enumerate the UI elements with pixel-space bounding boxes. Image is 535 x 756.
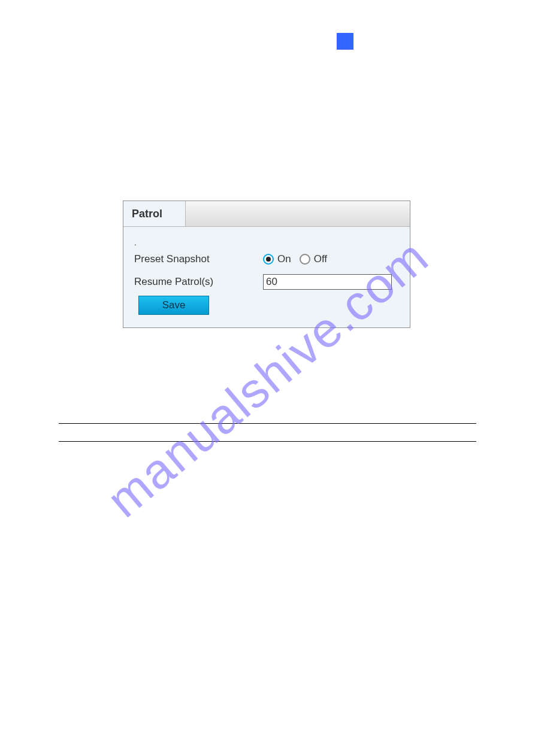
panel-dot: .: [134, 233, 399, 251]
resume-patrol-label: Resume Patrol(s): [134, 276, 263, 288]
radio-on-label: On: [277, 253, 291, 265]
table-mid-line: [59, 441, 476, 442]
paragraph-intro-1: A patrol route is the track by which a P…: [59, 102, 476, 126]
paragraph-intro-2: This function is available only for PTZ …: [59, 139, 476, 151]
page: Quick Operation Guide 5.3.4 Patrol A pat…: [0, 0, 535, 756]
save-button[interactable]: Save: [138, 296, 209, 315]
tab-bar: Patrol: [123, 201, 410, 227]
panel-body: . Preset Snapshot On Off Resume Patrol(s…: [123, 226, 410, 327]
tab-patrol[interactable]: Patrol: [123, 201, 186, 226]
table-header-desc: Description: [161, 427, 476, 438]
params-table: Parameter Description: [59, 423, 476, 442]
radio-off-label: Off: [314, 253, 327, 265]
radio-off[interactable]: [300, 254, 310, 265]
radio-on-dot: [266, 257, 271, 262]
paragraph-after-1: Preset Snapshot: After enabled, the syst…: [59, 347, 476, 372]
header-marker: [337, 33, 353, 50]
patrol-panel: Patrol . Preset Snapshot On Off Resume P…: [123, 201, 410, 328]
paragraph-intro-3: Click Setup > PTZ > Patrol. The page is …: [59, 179, 476, 191]
row-resume-patrol: Resume Patrol(s): [134, 273, 399, 291]
preset-snapshot-controls: On Off: [263, 253, 332, 265]
preset-snapshot-label: Preset Snapshot: [134, 253, 263, 265]
section-number: 5.3.4: [59, 75, 83, 87]
resume-patrol-input[interactable]: [263, 274, 392, 290]
radio-on[interactable]: [263, 254, 274, 265]
row-preset-snapshot: Preset Snapshot On Off: [134, 250, 399, 268]
paragraph-after-2: The camera patrols to the preset positio…: [59, 383, 476, 395]
header-doc-title: Quick Operation Guide: [364, 33, 462, 44]
table-header-param: Parameter: [59, 427, 161, 438]
paragraph-after-3: Resume patrols after the camera is inter…: [59, 467, 476, 479]
section-title: Patrol: [101, 75, 131, 87]
table-header-row: Parameter Description: [59, 424, 476, 441]
